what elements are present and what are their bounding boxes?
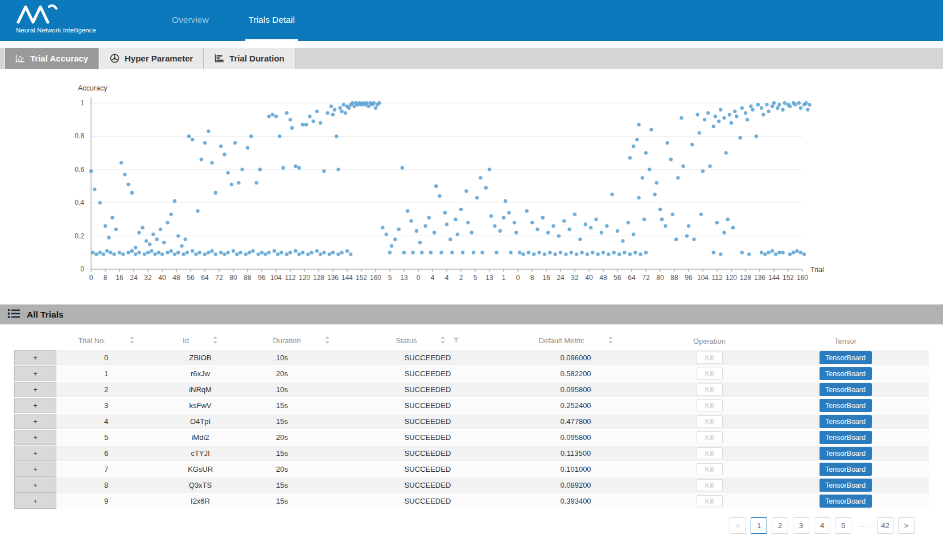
scatter-point[interactable]	[648, 168, 651, 171]
header-default-metric[interactable]: Default Metric	[495, 332, 657, 349]
scatter-point[interactable]	[509, 251, 512, 254]
scatter-point[interactable]	[273, 249, 276, 253]
scatter-point[interactable]	[610, 192, 613, 196]
scatter-point[interactable]	[388, 251, 392, 254]
scatter-point[interactable]	[765, 103, 768, 106]
expand-row-button[interactable]: +	[15, 351, 56, 365]
scatter-point[interactable]	[564, 253, 567, 256]
scatter-point[interactable]	[795, 249, 798, 253]
scatter-point[interactable]	[747, 253, 751, 256]
scatter-point[interactable]	[788, 253, 792, 256]
scatter-point[interactable]	[808, 103, 811, 106]
scatter-point[interactable]	[107, 236, 110, 239]
scatter-point[interactable]	[418, 241, 422, 244]
scatter-point[interactable]	[712, 125, 715, 128]
kill-button[interactable]: Kill	[697, 352, 723, 364]
scatter-point[interactable]	[352, 105, 356, 108]
scatter-point[interactable]	[712, 251, 715, 254]
scatter-point[interactable]	[365, 101, 368, 105]
kill-button[interactable]: Kill	[697, 400, 723, 411]
scatter-point[interactable]	[575, 253, 578, 256]
scatter-point[interactable]	[345, 249, 349, 253]
scatter-point[interactable]	[637, 196, 640, 199]
scatter-point[interactable]	[783, 101, 786, 105]
scatter-point[interactable]	[274, 114, 278, 118]
scatter-point[interactable]	[240, 168, 244, 171]
scatter-point[interactable]	[197, 251, 201, 254]
scatter-point[interactable]	[799, 106, 802, 110]
scatter-point[interactable]	[553, 253, 557, 256]
scatter-point[interactable]	[257, 253, 260, 256]
scatter-point[interactable]	[802, 253, 806, 256]
scatter-point[interactable]	[237, 181, 240, 184]
scatter-point[interactable]	[706, 111, 710, 114]
scatter-point[interactable]	[336, 168, 340, 171]
scatter-point[interactable]	[134, 246, 137, 249]
scatter-point[interactable]	[532, 253, 536, 256]
scatter-point[interactable]	[148, 242, 151, 246]
scatter-point[interactable]	[93, 188, 96, 191]
scatter-point[interactable]	[267, 251, 270, 254]
scatter-point[interactable]	[772, 101, 776, 105]
kill-button[interactable]: Kill	[697, 415, 723, 427]
tensorboard-button[interactable]: TensorBoard	[820, 383, 872, 396]
scatter-point[interactable]	[584, 223, 587, 226]
scatter-point[interactable]	[183, 237, 187, 241]
scatter-point[interactable]	[203, 253, 207, 256]
scatter-point[interactable]	[267, 114, 270, 118]
scatter-point[interactable]	[169, 249, 172, 253]
scatter-point[interactable]	[433, 231, 436, 234]
scatter-point[interactable]	[344, 111, 347, 114]
scatter-point[interactable]	[771, 249, 774, 253]
scatter-point[interactable]	[738, 136, 742, 139]
scatter-point[interactable]	[607, 253, 610, 256]
scatter-point[interactable]	[655, 181, 658, 184]
expand-row-button[interactable]: +	[15, 367, 56, 381]
sort-icon[interactable]	[608, 336, 613, 345]
scatter-point[interactable]	[374, 106, 377, 110]
scatter-point[interactable]	[635, 138, 639, 141]
scatter-point[interactable]	[235, 253, 238, 256]
scatter-point[interactable]	[521, 253, 525, 256]
scatter-point[interactable]	[281, 166, 285, 170]
scatter-point[interactable]	[692, 237, 695, 241]
scatter-point[interactable]	[315, 249, 319, 253]
scatter-point[interactable]	[644, 151, 648, 154]
scatter-point[interactable]	[633, 251, 637, 254]
scatter-point[interactable]	[760, 251, 763, 254]
scatter-point[interactable]	[207, 251, 210, 254]
scatter-point[interactable]	[91, 251, 94, 254]
scatter-point[interactable]	[632, 145, 635, 148]
scatter-point[interactable]	[173, 199, 176, 203]
scatter-point[interactable]	[644, 251, 648, 254]
scatter-point[interactable]	[637, 123, 640, 126]
scatter-point[interactable]	[715, 221, 719, 224]
scatter-point[interactable]	[276, 253, 279, 256]
scatter-point[interactable]	[774, 253, 777, 256]
scatter-point[interactable]	[690, 143, 694, 146]
scatter-point[interactable]	[653, 192, 656, 196]
tensorboard-button[interactable]: TensorBoard	[820, 351, 872, 364]
scatter-point[interactable]	[541, 216, 545, 219]
scatter-point[interactable]	[289, 251, 292, 254]
scatter-point[interactable]	[143, 253, 146, 256]
scatter-point[interactable]	[121, 253, 125, 256]
scatter-point[interactable]	[187, 134, 191, 138]
scatter-point[interactable]	[719, 253, 722, 256]
pagination-prev-button[interactable]: <	[730, 517, 746, 534]
scatter-point[interactable]	[126, 251, 130, 254]
scatter-point[interactable]	[674, 237, 678, 241]
scatter-point[interactable]	[141, 226, 144, 229]
scatter-point[interactable]	[484, 186, 488, 190]
scatter-point[interactable]	[301, 123, 304, 126]
scatter-point[interactable]	[118, 251, 121, 254]
scatter-point[interactable]	[475, 196, 479, 199]
tensorboard-button[interactable]: TensorBoard	[820, 367, 872, 380]
scatter-point[interactable]	[238, 251, 242, 254]
expand-row-button[interactable]: +	[15, 462, 56, 476]
scatter-point[interactable]	[676, 176, 680, 179]
scatter-point[interactable]	[207, 129, 210, 133]
scatter-point[interactable]	[724, 151, 727, 154]
scatter-point[interactable]	[461, 251, 464, 254]
scatter-point[interactable]	[191, 138, 194, 141]
